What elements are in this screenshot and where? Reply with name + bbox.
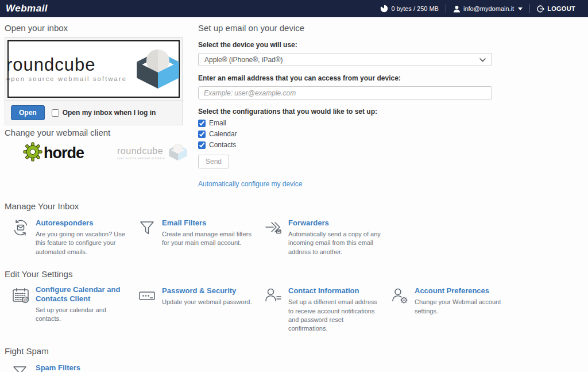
- feature-contact-information: Contact Information Set up a different e…: [257, 285, 384, 333]
- webmail-client-row: horde roundcube open source webmail soft…: [5, 142, 183, 164]
- feature-calendar-contacts: @ Configure Calendar and Contacts Client…: [5, 285, 131, 333]
- open-on-login-checkbox[interactable]: [52, 109, 59, 117]
- funnel-alert-icon: !: [11, 362, 31, 372]
- config-list: Email Calendar Contacts: [198, 119, 492, 149]
- config-email-checkbox[interactable]: [198, 120, 206, 127]
- chevron-down-icon: [479, 56, 486, 64]
- feature-title-link[interactable]: Forwarders: [288, 218, 329, 228]
- feature-description: Set up your calendar and contacts.: [36, 306, 131, 324]
- top-bar: Webmail 0 bytes / 250 MB info@mydomain.i…: [0, 0, 588, 17]
- config-contacts-checkbox[interactable]: [198, 141, 206, 149]
- section-manage-inbox: Manage Your Inbox Autoresponders Are you: [5, 201, 583, 256]
- quota-text: 0 bytes / 250 MB: [391, 5, 439, 12]
- roundcube-name: roundcube: [6, 56, 127, 74]
- user-menu[interactable]: info@mydomain.it: [446, 0, 529, 17]
- svg-text:@: @: [23, 297, 28, 302]
- feature-title-link[interactable]: Contact Information: [288, 286, 359, 296]
- horde-client-logo[interactable]: horde: [23, 142, 84, 164]
- feature-description: Change your Webmail account settings.: [415, 298, 510, 316]
- inbox-card-footer: Open Open my inbox when I log in: [5, 100, 182, 125]
- funnel-icon: [138, 217, 157, 239]
- horde-wordmark: horde: [44, 144, 84, 162]
- section-heading: Fight Spam: [5, 346, 583, 356]
- calendar-at-icon: @: [11, 285, 31, 307]
- config-calendar-label: Calendar: [209, 130, 237, 138]
- person-gear-icon: [390, 285, 410, 307]
- feature-title-link[interactable]: Password & Security: [162, 286, 236, 296]
- config-contacts-label: Contacts: [209, 141, 236, 149]
- feature-description: Set up a different email address to rece…: [288, 298, 384, 333]
- open-inbox-button[interactable]: Open: [11, 105, 45, 120]
- email-input[interactable]: [198, 86, 492, 99]
- section-edit-settings: Edit Your Settings @: [5, 269, 583, 333]
- password-field-icon: [138, 285, 157, 307]
- feature-title-link[interactable]: Spam Filters: [36, 363, 80, 372]
- feature-title-link[interactable]: Email Filters: [162, 218, 206, 228]
- pie-chart-icon: [380, 5, 388, 13]
- feature-title-link[interactable]: Configure Calendar and Contacts Client: [36, 285, 131, 303]
- autoresponder-loop-envelope-icon: [11, 217, 31, 239]
- feature-forwarders: Forwarders Automatically send a copy of …: [257, 217, 384, 256]
- feature-email-filters: Email Filters Create and manage email fi…: [131, 217, 257, 256]
- roundcube-subtitle: open source webmail software: [6, 75, 127, 82]
- roundcube-client-logo[interactable]: roundcube open source webmail software: [117, 142, 188, 164]
- feature-spam-filters: ! Spam Filters Filter unwanted spam emai…: [5, 362, 131, 372]
- section-heading: Manage Your Inbox: [5, 201, 583, 211]
- config-select-label: Select the configurations that you would…: [198, 108, 492, 116]
- device-select-label: Select the device you will use:: [198, 41, 492, 49]
- logout-label: LOGOUT: [547, 5, 575, 12]
- roundcube-small-cube-icon: [168, 142, 188, 164]
- quota-indicator[interactable]: 0 bytes / 250 MB: [373, 0, 446, 17]
- device-select-value: Apple® (iPhone®, iPad®): [204, 56, 283, 64]
- roundcube-small-subtitle: open source webmail software: [117, 157, 165, 160]
- user-email: info@mydomain.it: [463, 5, 514, 12]
- feature-title-link[interactable]: Account Preferences: [415, 286, 489, 296]
- logout-button[interactable]: LOGOUT: [530, 0, 582, 17]
- webmail-brand-logo[interactable]: Webmail: [6, 3, 48, 14]
- roundcube-small-name: roundcube: [117, 147, 165, 156]
- auto-configure-link[interactable]: Automatically configure my device: [198, 180, 302, 188]
- person-lines-icon: [264, 285, 284, 307]
- config-email-label: Email: [209, 119, 226, 127]
- roundcube-logo-banner[interactable]: roundcube open source webmail software: [7, 40, 180, 98]
- feature-description: Are you going on vacation? Use this feat…: [36, 230, 131, 256]
- feature-account-preferences: Account Preferences Change your Webmail …: [384, 285, 510, 333]
- chevron-down-icon: [518, 7, 523, 10]
- feature-autoresponders: Autoresponders Are you going on vacation…: [5, 217, 131, 256]
- feature-description: Update your webmail password.: [162, 298, 257, 306]
- logout-icon: [537, 5, 544, 13]
- section-heading: Edit Your Settings: [5, 269, 583, 279]
- feature-password-security: Password & Security Update your webmail …: [131, 285, 257, 333]
- person-icon: [453, 5, 461, 13]
- email-input-label: Enter an email address that you can acce…: [198, 74, 492, 82]
- section-fight-spam: Fight Spam ! Spam Filters Filter unwante…: [5, 346, 583, 372]
- horde-gear-icon: [23, 142, 42, 164]
- roundcube-wordmark: roundcube open source webmail software: [6, 56, 127, 82]
- forward-arrow-envelope-icon: [264, 217, 284, 239]
- setup-device-heading: Set up email on your device: [198, 23, 492, 33]
- config-calendar-checkbox[interactable]: [198, 131, 206, 138]
- feature-description: Automatically send a copy of any incomin…: [288, 230, 384, 256]
- inbox-card: roundcube open source webmail software: [5, 37, 183, 125]
- feature-description: Create and manage email filters for your…: [162, 230, 257, 248]
- open-inbox-heading: Open your inbox: [5, 23, 183, 33]
- feature-title-link[interactable]: Autoresponders: [36, 218, 93, 228]
- change-client-heading: Change your webmail client: [5, 128, 183, 137]
- open-on-login-label: Open my inbox when I log in: [63, 109, 156, 117]
- roundcube-cube-icon: [135, 44, 181, 94]
- send-button[interactable]: Send: [198, 155, 229, 168]
- device-select[interactable]: Apple® (iPhone®, iPad®): [198, 53, 492, 66]
